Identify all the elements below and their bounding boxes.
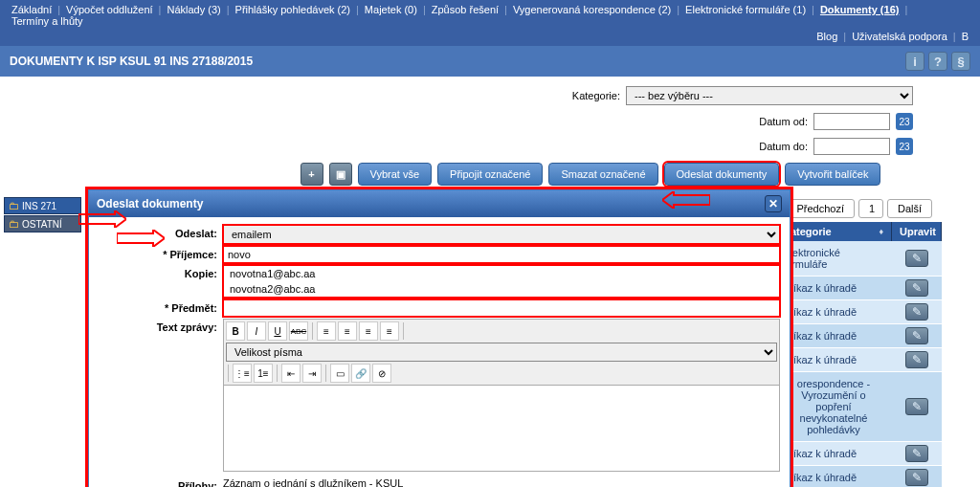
modal-title: Odeslat dokumenty bbox=[97, 197, 203, 210]
th-upravit: Upravit bbox=[892, 222, 942, 241]
select-all-button[interactable]: Vybrat vše bbox=[358, 163, 433, 186]
prijemce-label: * Příjemce: bbox=[99, 246, 223, 263]
send-documents-button[interactable]: Odeslat dokumenty bbox=[664, 163, 780, 186]
edit-button[interactable]: ✎ bbox=[905, 250, 928, 267]
nav-link[interactable]: Termíny a lhůty bbox=[8, 15, 87, 27]
next-page-button[interactable]: Další bbox=[887, 199, 932, 218]
italic-button[interactable]: I bbox=[247, 321, 266, 341]
odeslat-label: Odeslat: bbox=[99, 225, 223, 242]
send-documents-modal: Odeslat dokumenty ✕ Odeslat: emailem bbox=[88, 189, 791, 487]
nav-link[interactable]: Náklady (3) bbox=[163, 4, 224, 15]
nav-link[interactable]: Způsob řešení bbox=[428, 4, 502, 15]
toolbar: + ▣ Vybrat vše Připojit označené Smazat … bbox=[0, 163, 942, 186]
align-justify-button[interactable]: ≡ bbox=[380, 321, 399, 341]
delete-selected-button[interactable]: Smazat označené bbox=[548, 163, 657, 186]
kategorie-label: Kategorie: bbox=[553, 90, 620, 101]
edit-button[interactable]: ✎ bbox=[905, 303, 928, 321]
create-package-button[interactable]: Vytvořit balíček bbox=[785, 163, 880, 186]
modal-outline: Odeslat dokumenty ✕ Odeslat: emailem bbox=[85, 187, 793, 487]
attachment-item: Záznam o jednání s dlužníkem - KSUL bbox=[223, 477, 780, 487]
prev-page-button[interactable]: Předchozí bbox=[786, 199, 855, 218]
kategorie-select[interactable]: --- bez výběru --- bbox=[626, 86, 913, 105]
page-title: DOKUMENTY K ISP KSUL 91 INS 27188/2015 bbox=[10, 55, 253, 68]
paragraph-icon[interactable]: § bbox=[951, 52, 970, 71]
filters: Kategorie: --- bez výběru --- Datum od: … bbox=[0, 86, 942, 155]
datum-od-input[interactable] bbox=[813, 113, 890, 130]
align-left-button[interactable]: ≡ bbox=[317, 321, 336, 341]
edit-button[interactable]: ✎ bbox=[905, 351, 928, 368]
editor-toolbar: B I U ABC ≡ ≡ ≡ ≡ Velikost písma ⋮≡ 1≡ bbox=[223, 319, 780, 386]
send-via-select[interactable]: emailem bbox=[223, 225, 780, 244]
link-button[interactable]: 🔗 bbox=[351, 364, 370, 383]
autocomplete-option[interactable]: novotna1@abc.aa bbox=[224, 266, 779, 281]
strike-button[interactable]: ABC bbox=[289, 321, 308, 341]
image-button[interactable]: ▭ bbox=[330, 364, 349, 383]
kopie-label: Kopie: bbox=[99, 265, 223, 282]
nav-link[interactable]: B bbox=[958, 31, 972, 42]
info-icon[interactable]: i bbox=[905, 52, 924, 71]
fontsize-select[interactable]: Velikost písma bbox=[226, 343, 777, 362]
datum-do-label: Datum do: bbox=[741, 141, 808, 152]
edit-button[interactable]: ✎ bbox=[905, 469, 928, 486]
top-nav-row2: Blog| Uživatelská podpora| B bbox=[0, 31, 980, 46]
nav-link[interactable]: Základní bbox=[8, 4, 56, 15]
folder-button[interactable]: ▣ bbox=[329, 163, 352, 186]
indent-button[interactable]: ⇥ bbox=[302, 364, 322, 383]
message-editor[interactable] bbox=[223, 386, 780, 472]
tree-item[interactable]: 🗀 INS 271 bbox=[4, 197, 81, 214]
edit-button[interactable]: ✎ bbox=[905, 327, 928, 344]
calendar-icon[interactable]: 23 bbox=[896, 113, 913, 130]
list-number-button[interactable]: 1≡ bbox=[254, 364, 273, 383]
annotation-arrow-icon bbox=[662, 191, 710, 209]
subject-input[interactable] bbox=[223, 299, 780, 317]
calendar-icon[interactable]: 23 bbox=[896, 138, 913, 155]
edit-button[interactable]: ✎ bbox=[905, 279, 928, 297]
folder-icon: 🗀 bbox=[9, 218, 19, 230]
align-center-button[interactable]: ≡ bbox=[338, 321, 357, 341]
nav-link[interactable]: Elektronické formuláře (1) bbox=[681, 4, 810, 15]
edit-button[interactable]: ✎ bbox=[905, 445, 928, 462]
tree-item[interactable]: 🗀 OSTATNÍ bbox=[4, 215, 81, 232]
tree: 🗀 INS 271 🗀 OSTATNÍ bbox=[0, 193, 81, 487]
unlink-button[interactable]: ⊘ bbox=[372, 364, 391, 383]
list-bullet-button[interactable]: ⋮≡ bbox=[233, 364, 252, 383]
folder-icon: 🗀 bbox=[9, 200, 19, 211]
nav-link[interactable]: Blog bbox=[813, 31, 841, 42]
add-button[interactable]: + bbox=[301, 163, 323, 186]
help-icon[interactable]: ? bbox=[928, 52, 947, 71]
autocomplete-option[interactable]: novotna2@abc.aa bbox=[224, 281, 779, 297]
nav-link[interactable]: Přihlášky pohledávek (2) bbox=[232, 4, 354, 15]
page-header: DOKUMENTY K ISP KSUL 91 INS 27188/2015 i… bbox=[0, 46, 980, 77]
tree-label: INS 271 bbox=[22, 201, 56, 211]
autocomplete-dropdown: novotna1@abc.aa novotna2@abc.aa bbox=[223, 265, 780, 298]
attachments-list: Záznam o jednání s dlužníkem - KSUL P.Ú.… bbox=[223, 477, 780, 487]
outdent-button[interactable]: ⇤ bbox=[281, 364, 301, 383]
text-label: Text zprávy: bbox=[99, 319, 223, 336]
align-right-button[interactable]: ≡ bbox=[359, 321, 378, 341]
tree-label: OSTATNÍ bbox=[22, 219, 62, 230]
predmet-label: * Předmět: bbox=[99, 299, 223, 317]
underline-button[interactable]: U bbox=[268, 321, 287, 341]
close-icon[interactable]: ✕ bbox=[765, 195, 782, 212]
edit-button[interactable]: ✎ bbox=[905, 398, 928, 415]
nav-link[interactable]: Vygenerovaná korespondence (2) bbox=[509, 4, 675, 15]
attach-selected-button[interactable]: Připojit označené bbox=[437, 163, 543, 186]
prilohy-label: Přílohy: bbox=[99, 477, 223, 487]
nav-link-active[interactable]: Dokumenty (16) bbox=[816, 4, 903, 15]
datum-do-input[interactable] bbox=[813, 138, 890, 155]
nav-link[interactable]: Uživatelská podpora bbox=[848, 31, 951, 42]
nav-link[interactable]: Výpočet oddlužení bbox=[62, 4, 157, 15]
datum-od-label: Datum od: bbox=[741, 116, 808, 127]
page-number[interactable]: 1 bbox=[858, 199, 883, 218]
recipient-input[interactable] bbox=[223, 246, 780, 263]
top-nav: Základní| Výpočet oddlužení| Náklady (3)… bbox=[0, 0, 980, 31]
bold-button[interactable]: B bbox=[226, 321, 245, 341]
nav-link[interactable]: Majetek (0) bbox=[361, 4, 421, 15]
sort-icon: ♦ bbox=[879, 227, 883, 236]
